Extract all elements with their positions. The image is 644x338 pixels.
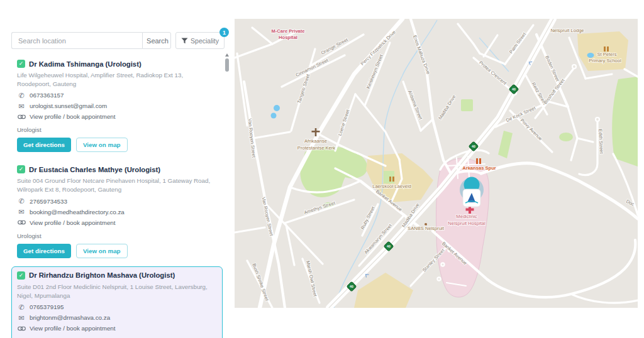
search-button[interactable]: Search xyxy=(142,32,171,49)
doctor-specialty: Urologist xyxy=(17,232,217,239)
email-icon: ✉ xyxy=(17,209,26,215)
poi-label: St Peters xyxy=(597,52,616,57)
poi-label: Afrikaanse xyxy=(304,138,327,144)
doctor-card-header: ✓ Dr Rirhandzu Brighton Mashava (Urologi… xyxy=(17,271,217,280)
doctor-card-selected[interactable]: ✓ Dr Rirhandzu Brighton Mashava (Urologi… xyxy=(11,266,223,338)
doctor-name: Dr Eustacia Charles Mathye (Urologist) xyxy=(29,166,160,173)
svg-text:40: 40 xyxy=(387,244,391,248)
phone-icon: ✆ xyxy=(17,304,26,310)
page: Search Speciality 1 ✓ Dr Kadima Tshimang… xyxy=(0,0,644,338)
doctor-card[interactable]: ✓ Dr Kadima Tshimanga (Urologist) Life W… xyxy=(11,55,223,158)
doctor-address: Suite D01 2nd Floor Mediclinic Nelspruit… xyxy=(17,283,217,300)
doctor-checkbox[interactable]: ✓ xyxy=(17,60,25,68)
list-scrollbar[interactable] xyxy=(225,53,230,305)
link-icon xyxy=(17,325,26,332)
doctor-name: Dr Rirhandzu Brighton Mashava (Urologist… xyxy=(29,271,175,279)
phone-icon: ✆ xyxy=(17,92,26,99)
scroll-up-arrow[interactable] xyxy=(225,53,229,57)
poi-label: Protestantse Kerk xyxy=(297,145,336,151)
filter-funnel-icon xyxy=(181,38,188,44)
street-label: Van Rooyen Street xyxy=(247,118,257,158)
poi-label: Nelspruit Lodge xyxy=(550,28,584,33)
results-panel: Search Speciality 1 ✓ Dr Kadima Tshimang… xyxy=(8,19,230,308)
poi-label: M-Care Private xyxy=(271,28,304,34)
speciality-label: Speciality xyxy=(191,37,219,45)
street-label: Boden Street xyxy=(544,55,560,82)
poi-label: Nelspruit Hospital xyxy=(448,221,486,226)
doctor-name: Dr Kadima Tshimanga (Urologist) xyxy=(29,60,142,68)
svg-text:40: 40 xyxy=(512,87,516,91)
street-label: Poivy Avenue xyxy=(519,117,543,141)
get-directions-button[interactable]: Get directions xyxy=(17,244,71,258)
doctor-checkbox[interactable]: ✓ xyxy=(17,271,25,280)
poi-label: Primary School xyxy=(589,58,621,63)
poi-label: Laerskool Laeveld xyxy=(372,183,411,189)
search-input[interactable] xyxy=(11,32,142,49)
doctor-phone: 0765379195 xyxy=(30,303,64,310)
poi-label: Mediclinic xyxy=(456,214,477,219)
doctor-card-header: ✓ Dr Eustacia Charles Mathye (Urologist) xyxy=(17,165,217,173)
selected-doctor-map-marker[interactable] xyxy=(460,177,484,207)
svg-text:40: 40 xyxy=(350,285,353,288)
view-on-map-button[interactable]: View on map xyxy=(76,244,128,258)
link-icon xyxy=(17,219,26,226)
doctor-email: brightonm@drmashava.co.za xyxy=(30,314,110,321)
doctor-checkbox[interactable]: ✓ xyxy=(17,165,25,173)
hospital-zone xyxy=(436,158,489,297)
profile-link[interactable]: View profile / book appointment xyxy=(30,219,116,226)
street-label: Palm Street xyxy=(508,31,528,55)
map-canvas: 40 40 40 40 xyxy=(235,19,638,308)
roads-minor xyxy=(235,24,638,308)
email-icon: ✉ xyxy=(17,315,26,321)
phone-icon: ✆ xyxy=(17,198,26,204)
doctor-card-header: ✓ Dr Kadima Tshimanga (Urologist) xyxy=(17,60,217,68)
search-bar: Search Speciality 1 xyxy=(11,32,225,49)
street-label: Marsh Owl Street xyxy=(305,260,318,297)
svg-text:40: 40 xyxy=(472,144,475,148)
scroll-thumb[interactable] xyxy=(225,58,229,72)
profile-link[interactable]: View profile / book appointment xyxy=(30,113,116,120)
link-icon xyxy=(17,114,26,120)
street-label: Madiba Drive xyxy=(437,94,457,121)
street-label: Bisshoff Street xyxy=(543,77,567,106)
poi-label: Hospital xyxy=(279,35,297,40)
email-icon: ✉ xyxy=(17,103,26,109)
doctor-card[interactable]: ✓ Dr Eustacia Charles Mathye (Urologist)… xyxy=(11,160,223,264)
doctor-phone: 27659734533 xyxy=(30,198,67,205)
doctor-email: booking@medheathdirectory.co.za xyxy=(30,209,125,215)
poi-label: Arkansas Spur xyxy=(462,165,496,171)
doctor-address: Suite 004 Ground Floor Netcare Pinehaven… xyxy=(17,177,217,194)
street-label: Edith Street xyxy=(597,129,604,155)
view-on-map-button[interactable]: View on map xyxy=(76,138,128,152)
doctor-list: ✓ Dr Kadima Tshimanga (Urologist) Life W… xyxy=(11,55,223,338)
filter-count-badge: 1 xyxy=(219,28,229,37)
poi-label: SANBS Nelspruit xyxy=(408,226,445,231)
street-label: Van Rooyen Street xyxy=(261,197,275,237)
speciality-filter-button[interactable]: Speciality 1 xyxy=(175,32,225,49)
doctor-address: Life Wilgeheuwel Hospital, Amplifier Str… xyxy=(17,71,217,88)
get-directions-button[interactable]: Get directions xyxy=(17,138,71,152)
doctor-specialty: Urologist xyxy=(17,126,217,133)
doctor-email: urologist.sunset@gmail.com xyxy=(30,102,107,109)
map[interactable]: 40 40 40 40 xyxy=(235,19,638,308)
profile-link[interactable]: View profile / book appointment xyxy=(30,325,116,332)
street-label: Loerie Street xyxy=(337,109,351,136)
doctor-phone: 0673363157 xyxy=(30,92,64,99)
